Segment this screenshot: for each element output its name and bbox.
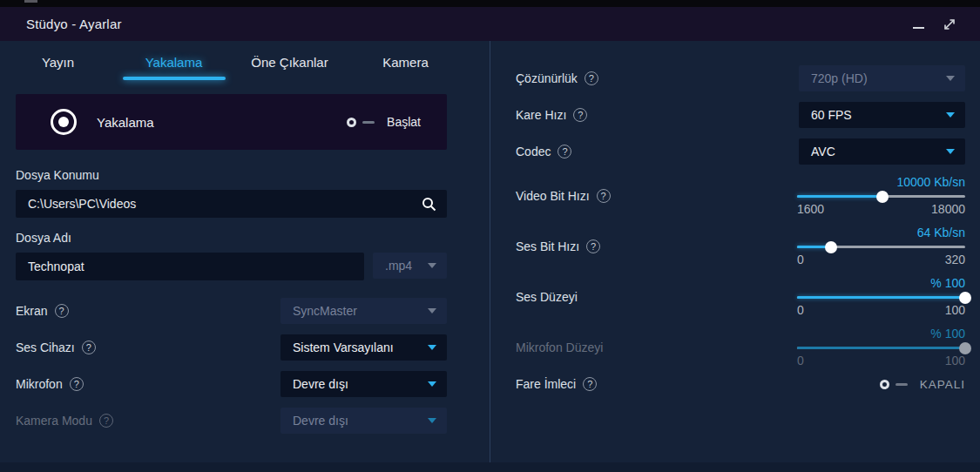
audio-device-row: Ses Cihazı ? Sistem Varsayılanı [16,334,447,361]
camera-mode-value: Devre dışı [293,414,348,428]
capture-card: Yakalama Başlat [16,94,447,150]
toggle-track [896,383,908,386]
chevron-down-icon [428,381,436,387]
audio-device-select[interactable]: Sistem Varsayılanı [280,334,447,361]
help-icon[interactable]: ? [82,341,96,354]
capture-start-label: Başlat [387,115,421,129]
screen-label-group: Ekran ? [16,304,280,318]
file-name-value: Technopat [28,260,84,273]
audio-bitrate-max: 320 [945,253,965,267]
tab-label: Kamera [382,55,429,70]
frame-rate-label: Kare Hızı [516,108,566,122]
audio-level-range: 0 100 [797,303,965,318]
audio-bitrate-row: Ses Bit Hızı ? 64 Kb/sn 0 320 [516,226,965,267]
audio-level-max: 100 [945,303,965,318]
chevron-down-icon [428,263,436,268]
audio-bitrate-track[interactable] [797,246,965,248]
capture-settings: Yakalama Başlat Dosya Konumu C:\Users\PC… [0,83,490,434]
audio-level-label: Ses Düzeyi [516,290,578,304]
slider-thumb[interactable] [959,292,971,304]
video-bitrate-label: Video Bit Hızı [516,189,590,203]
resize-icon [942,17,957,32]
file-name-input[interactable]: Technopat [16,253,364,280]
file-location-input[interactable]: C:\Users\PC\Videos [16,190,447,218]
slider-thumb[interactable] [825,241,837,253]
mouse-cursor-state: KAPALI [920,378,965,391]
video-bitrate-track[interactable] [797,195,965,198]
mouse-cursor-toggle[interactable]: KAPALI [880,378,965,391]
help-icon[interactable]: ? [573,108,587,122]
resize-button[interactable] [942,17,957,32]
microphone-value: Devre dışı [293,377,348,391]
chevron-down-icon [946,149,955,154]
search-icon[interactable] [422,197,436,212]
slider-thumb[interactable] [876,191,889,203]
settings-body: Yayın Yakalama Öne Çıkanlar Kamera Yakal… [0,41,980,472]
codec-select[interactable]: AVC [799,138,965,165]
chevron-down-icon [428,345,436,350]
file-name-row: Technopat .mp4 [16,253,447,280]
file-location-value: C:\Users\PC\Videos [28,197,136,211]
capture-card-title: Yakalama [97,115,154,130]
audio-level-track[interactable] [797,296,965,299]
help-icon[interactable]: ? [597,189,611,203]
help-icon[interactable]: ? [583,377,597,391]
resolution-select: 720p (HD) [799,65,965,91]
video-bitrate-max: 18000 [931,202,965,217]
audio-bitrate-range: 0 320 [797,253,965,267]
help-icon[interactable]: ? [70,377,84,391]
slider-fill [797,195,882,198]
tabbar: Yayın Yakalama Öne Çıkanlar Kamera [0,41,463,83]
audio-level-value: % 100 [797,276,965,291]
microphone-label-group: Mikrofon ? [16,377,280,391]
frame-rate-select[interactable]: 60 FPS [799,102,965,128]
tab-kamera[interactable]: Kamera [348,41,463,83]
bottom-strip [0,462,980,472]
help-icon[interactable]: ? [558,145,571,158]
codec-row: Codec ? AVC [516,138,965,165]
file-name-label: Dosya Adı [16,231,447,245]
file-location-label: Dosya Konumu [16,168,447,182]
mic-level-track [797,347,965,349]
camera-mode-label: Kamera Modu [16,414,92,428]
tab-label: Yakalama [145,55,203,70]
record-icon [51,109,77,135]
audio-device-label: Ses Cihazı [16,341,75,354]
minimize-button[interactable] [913,17,926,31]
mouse-cursor-label-group: Fare İmleci ? [516,377,880,391]
capture-start-toggle[interactable]: Başlat [347,115,421,129]
chevron-down-icon [428,418,436,423]
screen-select: SyncMaster [280,298,447,324]
help-icon[interactable]: ? [585,71,598,85]
video-bitrate-range: 1600 18000 [797,202,965,217]
resolution-label-group: Çözünürlük ? [516,71,799,85]
mic-level-label-group: Mikrofon Düzeyi [516,341,797,354]
frame-rate-value: 60 FPS [811,108,852,122]
audio-device-value: Sistem Varsayılanı [293,341,394,354]
audio-level-row: Ses Düzeyi % 100 0 100 [516,276,965,318]
file-extension-value: .mp4 [385,259,412,273]
toggle-knob-icon [880,380,889,389]
frame-rate-row: Kare Hızı ? 60 FPS [516,102,965,128]
tab-one-cikanlar[interactable]: Öne Çıkanlar [232,41,348,83]
audio-bitrate-label: Ses Bit Hızı [516,239,579,253]
mouse-cursor-label: Fare İmleci [516,377,576,391]
resolution-row: Çözünürlük ? 720p (HD) [516,65,965,91]
tab-yayin[interactable]: Yayın [0,41,116,83]
microphone-select[interactable]: Devre dışı [280,371,447,397]
resolution-label: Çözünürlük [516,71,578,85]
help-icon[interactable]: ? [55,304,69,318]
tab-yakalama[interactable]: Yakalama [116,41,232,83]
frame-rate-label-group: Kare Hızı ? [516,108,799,122]
mouse-cursor-row: Fare İmleci ? KAPALI [516,377,965,391]
help-icon[interactable]: ? [586,239,600,253]
slider-fill [797,246,831,248]
camera-mode-select: Devre dışı [280,408,447,434]
audio-bitrate-value: 64 Kb/sn [797,226,965,240]
help-icon: ? [99,414,113,428]
audio-bitrate-slider: 64 Kb/sn 0 320 [797,226,965,267]
codec-value: AVC [811,145,835,158]
codec-label-group: Codec ? [516,145,799,158]
slider-fill [797,347,965,349]
audio-level-min: 0 [797,303,804,318]
